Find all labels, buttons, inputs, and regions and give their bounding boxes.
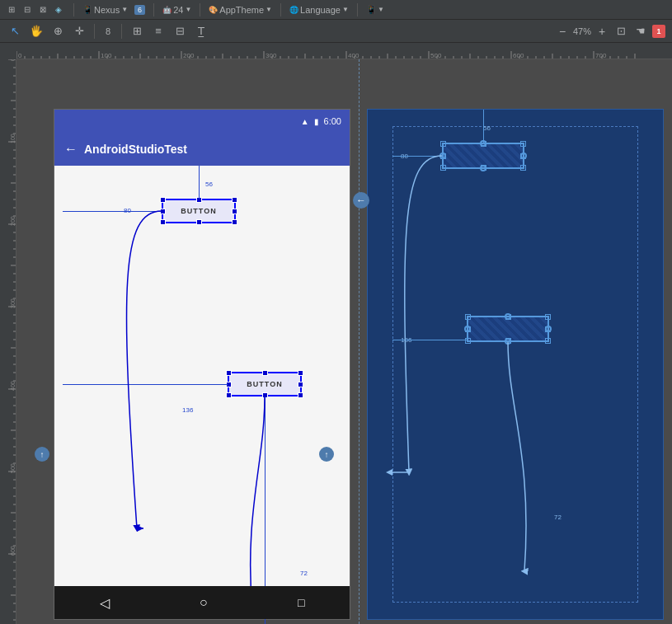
design-button-2[interactable]: BUTTON (228, 372, 302, 396)
bp-circle-bottom-1[interactable] (480, 165, 486, 171)
canvas-center-guide (359, 59, 359, 624)
handle-mr-2[interactable] (298, 382, 303, 387)
blueprint-button-2[interactable] (467, 316, 549, 342)
fit-screen-icon[interactable]: ⊡ (613, 23, 629, 40)
blueprint-pane: ← (367, 109, 664, 620)
top-toolbar: ⊞ ⊟ ⊠ ◈ 📱 Nexus ▼ 6 🤖 24 ▼ 🎨 AppTheme ▼ … (0, 0, 672, 20)
design-pane: ▲ ▮ 6:00 ← AndroidStudioTest BUTTON (54, 109, 350, 620)
design-button-1[interactable]: BUTTON (162, 199, 236, 223)
handle-tc-2[interactable] (262, 370, 268, 376)
zoom-in-button[interactable]: + (594, 24, 609, 39)
dim-136-label: 136 (182, 406, 193, 414)
vertical-ruler (0, 59, 16, 624)
handle-mr-1[interactable] (232, 209, 237, 214)
bp-measure-line-80 (392, 156, 442, 157)
theme-selector[interactable]: 🎨 AppTheme ▼ (209, 5, 272, 15)
secondary-toolbar: ↖ 🖐 ⊕ ✛ 8 ⊞ ≡ ⊟ T̲ − 47% + ⊡ ☚ 1 (0, 20, 672, 43)
bp-circle-top-2[interactable] (505, 313, 511, 320)
api-badge: 6 (134, 5, 145, 15)
zoom-level: 47% (573, 26, 591, 36)
sep4 (280, 3, 281, 16)
phone-app-bar: ← AndroidStudioTest (54, 133, 350, 166)
bp-circle-right-2[interactable] (545, 326, 552, 332)
blueprint-back-indicator[interactable]: ← (353, 192, 369, 209)
api-selector[interactable]: 🤖 24 ▼ (162, 5, 191, 15)
pan-tool[interactable]: 🖐 (28, 23, 45, 40)
hand-tool-icon[interactable]: ☚ (632, 23, 649, 40)
device-selector[interactable]: 📱 Nexus ▼ (82, 5, 128, 15)
wifi-icon: ▲ (301, 117, 309, 126)
handle-bl-1[interactable] (160, 219, 166, 225)
nav-recents-icon[interactable]: □ (298, 596, 304, 609)
align-text-icon[interactable]: T̲ (193, 23, 209, 40)
sep2 (153, 3, 154, 16)
align-left-icon[interactable]: ⊞ (129, 23, 145, 40)
language-selector[interactable]: 🌐 Language ▼ (289, 5, 349, 15)
layout-icon-1[interactable]: ⊞ (5, 3, 18, 16)
handle-br-1[interactable] (232, 219, 237, 225)
bp-handle-tl-2[interactable] (465, 314, 471, 320)
bp-measure-line-56v (483, 110, 484, 143)
scroll-indicator-left[interactable]: ↑ (35, 447, 49, 462)
canvas-area[interactable]: ↑ ↑ ▲ ▮ 6:00 ← AndroidStudioTest BUTTON (16, 59, 672, 624)
api-level: 24 (173, 5, 183, 15)
handle-bl-2[interactable] (226, 392, 232, 398)
layout-icon-2[interactable]: ⊟ (21, 3, 34, 16)
phone-content: BUTTON BUTTON (54, 166, 350, 586)
layout-icon-3[interactable]: ⊠ (36, 3, 49, 16)
horizontal-ruler (16, 43, 672, 59)
status-time: 6:00 (324, 116, 341, 126)
spacing-value: 8 (101, 26, 115, 36)
move-tool[interactable]: ✛ (71, 23, 87, 40)
device-frame-selector[interactable]: 📱 ▼ (366, 5, 384, 14)
phone-status-bar: ▲ ▮ 6:00 (54, 110, 350, 133)
sdk-icon[interactable]: ◈ (52, 3, 65, 16)
dim-56-label: 56 (205, 181, 213, 188)
nav-home-icon[interactable]: ○ (200, 595, 208, 610)
handle-bc-1[interactable] (196, 219, 202, 225)
nav-back-icon[interactable]: ◁ (100, 595, 110, 611)
select-tool[interactable]: ↖ (7, 23, 23, 40)
zoom-tool[interactable]: ⊕ (49, 23, 66, 40)
bp-circle-right-1[interactable] (520, 152, 527, 159)
dim-h-136 (63, 384, 228, 385)
h-ruler-canvas (16, 43, 672, 59)
bp-handle-bl-1[interactable] (440, 165, 446, 171)
dim-v-top (199, 166, 200, 199)
zoom-controls: − 47% + ⊡ ☚ 1 (555, 23, 665, 40)
align-bottom-icon[interactable]: ⊟ (172, 23, 188, 40)
battery-icon: ▮ (314, 117, 319, 126)
handle-tl-2[interactable] (226, 370, 232, 376)
handle-tr-1[interactable] (232, 197, 237, 203)
bp-handle-tl-1[interactable] (440, 141, 446, 147)
notification-badge: 1 (652, 25, 665, 38)
device-arrow: ▼ (121, 6, 128, 13)
button2-label: BUTTON (247, 380, 282, 388)
bp-circle-left-2[interactable] (464, 326, 471, 332)
zoom-out-button[interactable]: − (555, 24, 570, 39)
bp-circle-bottom-2[interactable] (505, 338, 511, 345)
dim-72-label: 72 (300, 570, 308, 577)
align-center-icon[interactable]: ≡ (150, 23, 167, 40)
theme-name: AppTheme (219, 5, 264, 15)
bp-handle-br-2[interactable] (545, 338, 551, 344)
constraint-lines-svg (54, 166, 350, 586)
language-name: Language (300, 5, 341, 15)
bp-handle-tr-2[interactable] (545, 314, 551, 320)
bp-handle-br-1[interactable] (520, 165, 526, 171)
sep5 (357, 3, 358, 16)
phone-nav-bar: ◁ ○ □ (54, 586, 350, 619)
ruler-corner (0, 43, 16, 59)
scroll-indicator-right[interactable]: ↑ (319, 447, 334, 462)
layout-icons: ⊞ ⊟ ⊠ ◈ (5, 3, 65, 16)
svg-marker-2 (386, 469, 392, 476)
blueprint-button-1[interactable] (442, 143, 524, 169)
back-icon[interactable]: ← (64, 142, 78, 157)
handle-br-2[interactable] (298, 392, 303, 398)
bp-handle-tr-1[interactable] (520, 141, 526, 147)
button1-label: BUTTON (181, 207, 216, 215)
bp-dim-56: 56 (483, 124, 491, 132)
sep-t2-2 (121, 24, 122, 39)
handle-tr-2[interactable] (298, 370, 303, 376)
handle-tl-1[interactable] (160, 197, 166, 203)
